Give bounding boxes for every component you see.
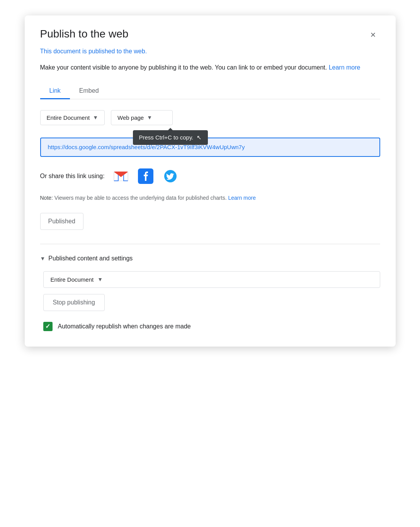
scope-settings-label: Entire Document <box>51 276 94 283</box>
scope-settings-arrow: ▼ <box>97 276 103 282</box>
publish-dialog: Publish to the web × This document is pu… <box>25 15 396 347</box>
auto-republish-checkbox[interactable]: ✓ <box>43 322 53 331</box>
dialog-header: Publish to the web × <box>40 28 380 42</box>
checkmark-icon: ✓ <box>45 323 50 330</box>
published-status-button: Published <box>40 213 83 230</box>
close-button[interactable]: × <box>366 28 380 42</box>
copy-tooltip: Press Ctrl+C to copy. ↖ <box>133 130 208 145</box>
note-learn-more-link[interactable]: Learn more <box>228 195 256 201</box>
scope-dropdown[interactable]: Entire Document ▼ <box>40 110 105 125</box>
scope-settings-dropdown[interactable]: Entire Document ▼ <box>43 271 380 288</box>
section-divider <box>40 244 380 244</box>
note-body: Viewers may be able to access the underl… <box>54 195 227 201</box>
auto-republish-label: Automatically republish when changes are… <box>58 323 191 330</box>
gmail-share-icon[interactable] <box>112 168 129 185</box>
stop-publishing-button[interactable]: Stop publishing <box>43 294 105 311</box>
dropdowns-row: Entire Document ▼ Web page ▼ Press Ctrl+… <box>40 110 380 125</box>
scope-dropdown-label: Entire Document <box>47 114 90 121</box>
url-input[interactable] <box>48 144 372 150</box>
description: Make your content visible to anyone by p… <box>40 63 380 73</box>
settings-section-header[interactable]: ▼ Published content and settings <box>40 255 380 262</box>
format-dropdown[interactable]: Web page ▼ <box>111 110 173 125</box>
twitter-share-icon[interactable] <box>162 168 179 185</box>
settings-section-content: Entire Document ▼ Stop publishing ✓ Auto… <box>40 271 380 331</box>
description-learn-more-link[interactable]: Learn more <box>329 64 360 71</box>
dialog-title: Publish to the web <box>40 28 129 40</box>
note-text: Note: Viewers may be able to access the … <box>40 194 380 202</box>
chevron-down-icon: ▼ <box>40 255 46 262</box>
format-dropdown-arrow: ▼ <box>147 114 152 121</box>
settings-section-label: Published content and settings <box>48 255 133 262</box>
tabs-container: Link Embed <box>40 83 380 99</box>
tab-link[interactable]: Link <box>40 83 70 99</box>
published-notice: This document is published to the web. <box>40 48 380 55</box>
share-label: Or share this link using: <box>40 173 105 180</box>
scope-dropdown-arrow: ▼ <box>93 114 98 121</box>
facebook-share-icon[interactable] <box>137 168 154 185</box>
cursor-icon: ↖ <box>197 134 202 141</box>
auto-republish-row: ✓ Automatically republish when changes a… <box>43 322 380 331</box>
url-input-container[interactable] <box>40 138 380 157</box>
share-row: Or share this link using: <box>40 168 380 185</box>
tab-embed[interactable]: Embed <box>70 83 108 99</box>
note-prefix: Note: <box>40 195 53 201</box>
format-dropdown-label: Web page <box>117 114 144 121</box>
